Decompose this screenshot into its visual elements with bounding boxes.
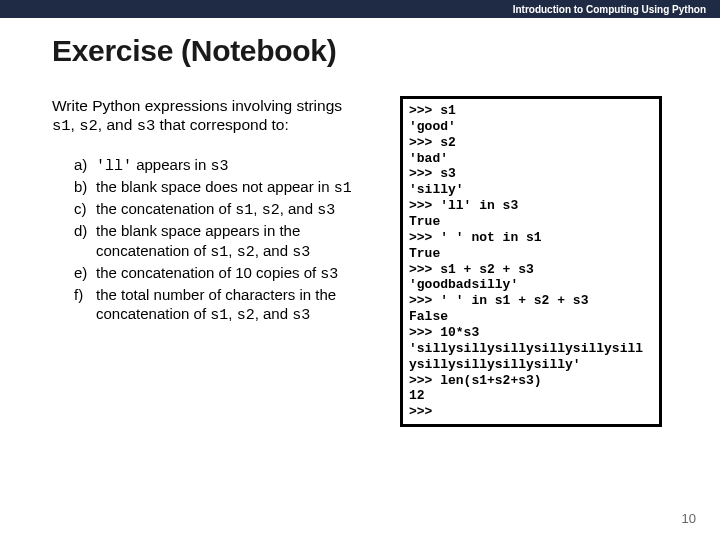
item-text: the total number of characters in the co… [96,285,362,325]
page-title: Exercise (Notebook) [0,18,720,80]
item-text: 'll' appears in s3 [96,155,362,176]
slide-number: 10 [682,511,696,526]
item-text: the blank space does not appear in s1 [96,177,362,198]
header-bar: Introduction to Computing Using Python [0,0,720,18]
item-label: f) [74,285,96,325]
code-column: >>> s1 'good' >>> s2 'bad' >>> s3 'silly… [400,96,662,427]
list-item: f) the total number of characters in the… [74,285,362,325]
intro-post: that correspond to: [155,116,289,133]
exercise-list: a) 'll' appears in s3 b) the blank space… [52,155,362,326]
item-label: e) [74,263,96,284]
list-item: e) the concatenation of 10 copies of s3 [74,263,362,284]
intro-c1: , [71,116,80,133]
prompt-column: Write Python expressions involving strin… [52,96,362,427]
intro-s1: s1 [52,117,71,135]
item-label: a) [74,155,96,176]
item-label: d) [74,221,96,261]
list-item: a) 'll' appears in s3 [74,155,362,176]
list-item: c) the concatenation of s1, s2, and s3 [74,199,362,220]
item-label: b) [74,177,96,198]
repl-output: >>> s1 'good' >>> s2 'bad' >>> s3 'silly… [400,96,662,427]
intro-s3: s3 [137,117,156,135]
content-row: Write Python expressions involving strin… [0,80,720,427]
item-text: the concatenation of s1, s2, and s3 [96,199,362,220]
item-label: c) [74,199,96,220]
intro-text: Write Python expressions involving strin… [52,96,362,137]
intro-s2: s2 [79,117,98,135]
intro-pre: Write Python expressions involving strin… [52,97,342,114]
course-name: Introduction to Computing Using Python [513,4,706,15]
list-item: b) the blank space does not appear in s1 [74,177,362,198]
item-text: the concatenation of 10 copies of s3 [96,263,362,284]
list-item: d) the blank space appears in the concat… [74,221,362,261]
item-text: the blank space appears in the concatena… [96,221,362,261]
intro-c2: , and [98,116,137,133]
